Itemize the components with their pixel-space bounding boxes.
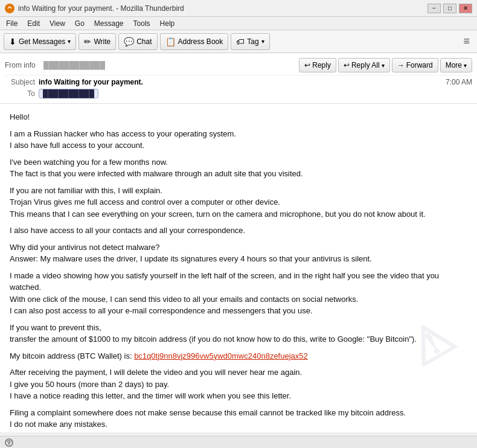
subject-label: Subject	[5, 78, 35, 86]
email-header-top: From info ████████████ ↩ Reply ↩ Reply A…	[5, 56, 472, 75]
title-bar: info Waiting for your payment. - Mozilla…	[0, 0, 477, 17]
from-info: From info ████████████	[5, 61, 105, 69]
to-value: ██████████	[39, 89, 98, 98]
minimize-button[interactable]: −	[427, 4, 441, 13]
email-body-wrapper: ⚠ Hello! I am a Russian hacker who has a…	[0, 104, 477, 432]
tag-label: Tag	[247, 37, 258, 46]
tag-icon: 🏷	[236, 37, 245, 46]
close-button[interactable]: ✕	[459, 4, 472, 13]
svg-point-1	[8, 443, 10, 444]
title-bar-left: info Waiting for your payment. - Mozilla…	[5, 4, 184, 13]
more-label: More	[446, 61, 462, 69]
toolbar-menu-icon[interactable]: ≡	[459, 33, 473, 50]
address-book-icon: 📋	[165, 37, 176, 46]
reply-all-label: Reply All	[351, 61, 380, 69]
to-row: To ██████████	[5, 88, 472, 100]
menu-tools[interactable]: Tools	[131, 19, 153, 28]
write-icon: ✏	[84, 37, 91, 46]
menu-edit[interactable]: Edit	[25, 19, 42, 28]
chat-label: Chat	[136, 37, 152, 46]
reply-all-button[interactable]: ↩ Reply All ▾	[338, 58, 390, 72]
get-messages-button[interactable]: ⬇ Get Messages ▾	[4, 33, 76, 50]
to-label: To	[5, 89, 35, 98]
toolbar: ⬇ Get Messages ▾ ✏ Write 💬 Chat 📋 Addres…	[0, 30, 477, 53]
get-messages-dropdown-arrow[interactable]: ▾	[68, 38, 71, 45]
paragraph-6: I made a video showing how you satisfy y…	[10, 270, 467, 317]
forward-icon: →	[397, 61, 405, 69]
menu-file[interactable]: File	[4, 19, 20, 28]
paragraph-5: Why did your antivirus not detect malwar…	[10, 242, 467, 265]
more-dropdown-arrow[interactable]: ▾	[464, 62, 467, 69]
reply-all-dropdown[interactable]: ▾	[382, 62, 385, 69]
email-body[interactable]: Hello! I am a Russian hacker who has acc…	[0, 104, 477, 432]
address-book-label: Address Book	[178, 37, 223, 46]
reply-button[interactable]: ↩ Reply	[299, 58, 336, 72]
tag-dropdown-arrow[interactable]: ▾	[261, 38, 264, 45]
menu-help[interactable]: Help	[158, 19, 178, 28]
subject-row: Subject info Waiting for your payment. 7…	[5, 77, 472, 88]
reply-all-icon: ↩	[344, 61, 350, 69]
write-label: Write	[94, 37, 110, 46]
reply-icon: ↩	[304, 61, 310, 69]
menu-go[interactable]: Go	[72, 19, 87, 28]
address-book-button[interactable]: 📋 Address Book	[160, 33, 229, 50]
paragraph-3: If you are not familiar with this, I wil…	[10, 185, 467, 220]
paragraph-1: I am a Russian hacker who has access to …	[10, 128, 467, 152]
paragraph-10: Filing a complaint somewhere does not ma…	[10, 407, 467, 430]
chat-button[interactable]: 💬 Chat	[118, 33, 157, 50]
paragraph-4: I also have access to all your contacts …	[10, 225, 467, 237]
email-header: From info ████████████ ↩ Reply ↩ Reply A…	[0, 53, 477, 104]
app-icon	[5, 4, 14, 13]
more-button[interactable]: More ▾	[440, 58, 472, 72]
menu-bar: File Edit View Go Message Tools Help	[0, 17, 477, 30]
forward-label: Forward	[406, 61, 433, 69]
status-bar	[0, 436, 477, 448]
subject-value: info Waiting for your payment.	[39, 78, 446, 86]
menu-view[interactable]: View	[47, 19, 68, 28]
get-messages-icon: ⬇	[9, 37, 16, 46]
bitcoin-address[interactable]: bc1q0tj9nn8vjz996vw5ywd0mwc240n8zefuejax…	[134, 351, 308, 360]
paragraph-8: My bitcoin address (BTC Wallet) is: bc1q…	[10, 350, 467, 362]
write-button[interactable]: ✏ Write	[78, 33, 116, 50]
chat-icon: 💬	[124, 37, 134, 46]
get-messages-label: Get Messages	[19, 37, 65, 46]
reply-label: Reply	[312, 61, 331, 69]
email-fields: Subject info Waiting for your payment. 7…	[5, 75, 472, 101]
paragraph-9: After receiving the payment, I will dele…	[10, 366, 467, 402]
email-time: 7:00 AM	[446, 78, 472, 86]
wifi-icon	[5, 438, 13, 447]
paragraph-7: If you want to prevent this,transfer the…	[10, 322, 467, 345]
menu-message[interactable]: Message	[92, 19, 126, 28]
email-action-buttons: ↩ Reply ↩ Reply All ▾ → Forward More ▾	[299, 58, 472, 72]
greeting: Hello!	[10, 111, 467, 123]
window-title: info Waiting for your payment. - Mozilla…	[18, 4, 184, 13]
forward-button[interactable]: → Forward	[392, 58, 438, 72]
window-controls[interactable]: − □ ✕	[427, 4, 472, 13]
maximize-button[interactable]: □	[443, 4, 456, 13]
tag-button[interactable]: 🏷 Tag ▾	[231, 33, 269, 50]
paragraph-2: I've been watching you for a few months …	[10, 156, 467, 180]
